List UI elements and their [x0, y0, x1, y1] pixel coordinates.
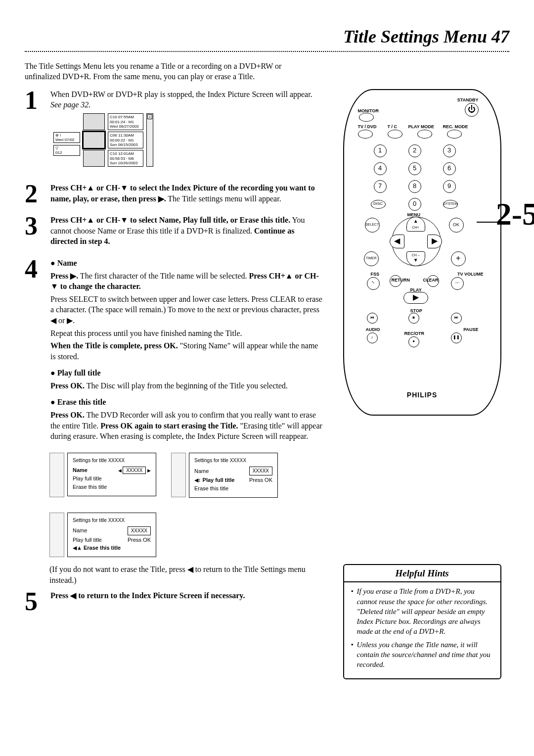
- intro-paragraph: The Title Settings Menu lets you rename …: [25, 61, 302, 82]
- timer-button[interactable]: TIMER: [364, 251, 379, 266]
- settings-screen-erase: Settings for title XXXXX NameXXXXX Play …: [67, 513, 156, 558]
- num-8-button[interactable]: 8: [408, 180, 421, 193]
- hint-item: Unless you change the Title name, it wil…: [351, 640, 495, 670]
- stop-button[interactable]: ■: [408, 313, 419, 324]
- next-button[interactable]: ⏭: [451, 313, 462, 324]
- ch-up-button[interactable]: ▲CH+: [406, 217, 425, 232]
- audio-button[interactable]: ♪: [367, 332, 378, 343]
- index-picture-preview: ⊕ !Wed 07/02 ▽012 C10 07:55AM00:01:24 · …: [53, 113, 323, 167]
- standby-label: STANDBY: [457, 97, 479, 103]
- num-5-button[interactable]: 5: [408, 162, 421, 175]
- plus-button[interactable]: +: [451, 251, 466, 266]
- pause-label: PAUSE: [463, 327, 478, 332]
- index-thumb: [83, 150, 105, 167]
- audio-label: AUDIO: [366, 327, 380, 332]
- settings-screens: Settings for title XXXXX Name◀ XXXXX ▶ P…: [49, 453, 323, 557]
- name-l5-bold: When the Title is complete, press OK.: [50, 341, 178, 350]
- tvdvd-label: TV / DVD: [358, 124, 377, 130]
- disc-button[interactable]: DISC: [371, 200, 386, 209]
- step-number: 2: [25, 183, 44, 206]
- step1-text: When DVD+RW or DVD+R play is stopped, th…: [50, 90, 312, 98]
- num-9-button[interactable]: 9: [443, 180, 456, 193]
- fss-button[interactable]: ⤡: [367, 277, 380, 290]
- play-text: The Disc will play from the beginning of…: [85, 381, 288, 390]
- hints-title: Helpful Hints: [344, 565, 500, 583]
- screen-placeholder: [49, 453, 64, 497]
- screen-placeholder: [171, 453, 186, 497]
- rec-button[interactable]: ●: [408, 336, 419, 347]
- hint-item: If you erase a Title from a DVD+R, you c…: [351, 586, 495, 636]
- step3-bold1: Press CH+▲ or CH-▼ to select Name, Play …: [50, 216, 290, 224]
- counter-box: ▽012: [53, 145, 80, 156]
- num-1-button[interactable]: 1: [374, 144, 387, 157]
- num-0-button[interactable]: 0: [408, 198, 421, 211]
- num-4-button[interactable]: 4: [374, 162, 387, 175]
- recotr-label: REC/OTR: [404, 331, 425, 336]
- option-erase-heading: Erase this title: [57, 398, 106, 406]
- erase-bold2: Press OK again to start erasing the Titl…: [100, 422, 238, 430]
- num-3-button[interactable]: 3: [443, 144, 456, 157]
- play-button[interactable]: ▶: [403, 292, 428, 304]
- page-title: Title Settings Menu 47: [25, 25, 509, 49]
- ok-button[interactable]: OK: [449, 218, 464, 233]
- helpful-hints-box: Helpful Hints If you erase a Title from …: [343, 564, 501, 680]
- clear-label: CLEAR: [423, 277, 439, 283]
- name-l3: Press SELECT to switch between upper and…: [50, 294, 323, 326]
- playmode-label: PLAY MODE: [408, 124, 435, 130]
- step-4: 4 ● Name Press ▶. The first character of…: [25, 258, 323, 444]
- index-thumb: [83, 113, 105, 130]
- erase-bold1: Press OK.: [50, 411, 85, 419]
- select-button[interactable]: SELECT: [365, 218, 380, 233]
- step-number: 4: [25, 258, 44, 281]
- fss-label: FSS: [371, 271, 380, 277]
- num-6-button[interactable]: 6: [443, 162, 456, 175]
- playmode-button[interactable]: [417, 130, 432, 139]
- step2-rest: The Title settings menu will appear.: [166, 194, 281, 203]
- option-play-heading: Play full title: [57, 369, 101, 377]
- tvdvd-button[interactable]: [358, 130, 373, 139]
- monitor-button[interactable]: [359, 113, 374, 122]
- option-name-heading: Name: [57, 259, 77, 267]
- step5-bold: Press ◀ to return to the Index Picture S…: [50, 591, 245, 600]
- index-meta: C10 07:55AM00:01:24 · M1Wed 08/27/2003: [108, 113, 143, 130]
- step-range-callout: 2-5: [496, 193, 534, 236]
- step-2: 2 Press CH+▲ or CH-▼ to select the Index…: [25, 183, 323, 206]
- name-l1-bold: Press ▶.: [50, 272, 78, 280]
- num-7-button[interactable]: 7: [374, 180, 387, 193]
- play-bold: Press OK.: [50, 381, 85, 390]
- index-thumb: [83, 132, 105, 148]
- tvvol-label: TV VOLUME: [457, 271, 484, 277]
- paren-note: (If you do not want to erase the Title, …: [49, 564, 307, 585]
- tc-label: T / C: [388, 124, 398, 130]
- return-label: RETURN: [392, 277, 410, 283]
- step-5: 5 Press ◀ to return to the Index Picture…: [25, 590, 323, 614]
- prev-button[interactable]: ⏮: [367, 313, 378, 324]
- scroll-indicator: 2: [146, 113, 153, 167]
- index-meta: C06 11:30AM00:00:22 · M1Sun 06/15/2003: [108, 132, 143, 148]
- name-l4: Repeat this process until you have finis…: [50, 328, 323, 339]
- tvvol-button[interactable]: —: [451, 277, 464, 290]
- step-number: 1: [25, 89, 44, 112]
- step-number: 5: [25, 590, 44, 614]
- step1-ref: See page 32.: [50, 100, 90, 109]
- brand-logo: PHILIPS: [344, 390, 500, 400]
- title-rule: [25, 51, 509, 52]
- pause-button[interactable]: ❚❚: [451, 332, 462, 343]
- standby-button[interactable]: ⏻: [465, 103, 479, 117]
- step-3: 3 Press CH+▲ or CH-▼ to select Name, Pla…: [25, 215, 323, 249]
- screen-placeholder: [49, 513, 64, 557]
- recmode-button[interactable]: [447, 130, 462, 139]
- num-2-button[interactable]: 2: [408, 144, 421, 157]
- recmode-label: REC. MODE: [443, 124, 468, 130]
- step-1: 1 When DVD+RW or DVD+R play is stopped, …: [25, 89, 323, 174]
- tc-button[interactable]: [388, 130, 402, 139]
- left-button[interactable]: ◀: [390, 235, 404, 248]
- system-button[interactable]: SYSTEM: [443, 200, 458, 209]
- steps-column: 1 When DVD+RW or DVD+R play is stopped, …: [25, 89, 323, 622]
- settings-screen-play: Settings for title XXXXX NameXXXXX ◀↕ Pl…: [189, 453, 278, 498]
- settings-screen-name: Settings for title XXXXX Name◀ XXXXX ▶ P…: [67, 453, 156, 496]
- step-number: 3: [25, 215, 44, 238]
- right-button[interactable]: ▶: [427, 235, 442, 248]
- disc-info-box: ⊕ !Wed 07/02: [53, 132, 80, 143]
- remote-control-diagram: STANDBY ⏻ MONITOR TV / DVD T / C PLAY MO…: [343, 89, 501, 416]
